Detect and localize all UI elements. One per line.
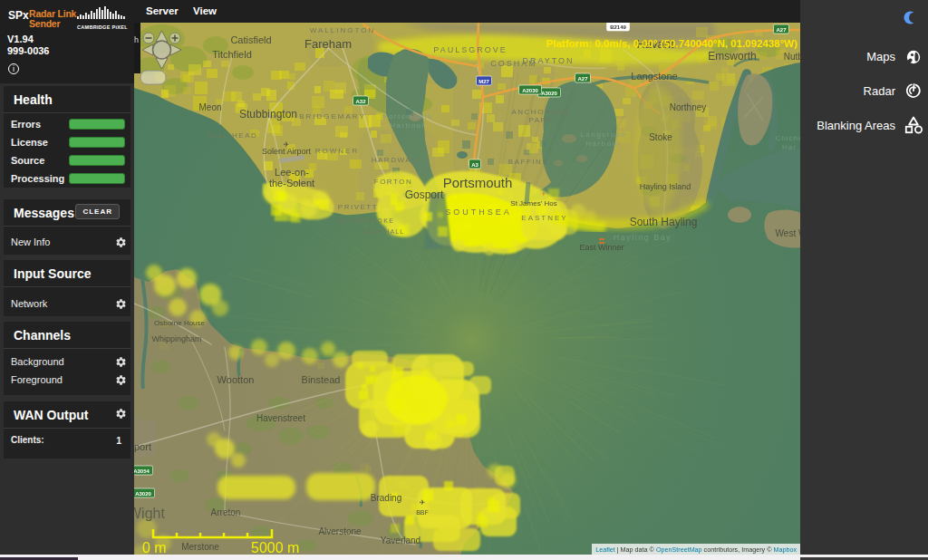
svg-text:A27: A27 (776, 27, 787, 33)
svg-text:A2030: A2030 (522, 88, 538, 93)
svg-text:Nutbo: Nutbo (784, 52, 800, 62)
svg-text:Gosport: Gosport (405, 188, 444, 201)
svg-text:HARDWAY: HARDWAY (372, 156, 418, 164)
svg-text:DRAYTON: DRAYTON (522, 56, 574, 65)
svg-text:A3020: A3020 (135, 491, 151, 497)
svg-text:East Winner: East Winner (579, 243, 624, 252)
svg-text:Wight: Wight (134, 506, 165, 521)
svg-text:Merstone: Merstone (181, 542, 219, 552)
svg-text:Meon: Meon (198, 102, 221, 112)
svg-text:Yaverland: Yaverland (381, 536, 420, 546)
svg-text:FORTON: FORTON (374, 178, 412, 186)
svg-text:ANCHORAGE: ANCHORAGE (511, 108, 570, 116)
svg-text:Titchfield: Titchfield (212, 49, 252, 60)
svg-text:Fareham: Fareham (304, 37, 352, 51)
svg-text:+: + (541, 189, 546, 198)
svg-text:Harbour: Harbour (390, 121, 425, 130)
svg-text:Chiche: Chiche (776, 134, 800, 142)
svg-text:Arreton: Arreton (211, 507, 241, 517)
svg-text:Northney: Northney (670, 102, 707, 112)
svg-text:Whippingham: Whippingham (151, 334, 201, 343)
svg-text:Harbour: Harbour (585, 140, 621, 148)
svg-text:South Hayling: South Hayling (630, 216, 698, 228)
svg-text:Havenstreet: Havenstreet (256, 413, 305, 423)
svg-text:Portsmouth: Portsmouth (382, 112, 433, 121)
svg-text:CLAY HALL: CLAY HALL (362, 228, 404, 235)
svg-text:ROWNER: ROWNER (315, 147, 359, 155)
svg-text:Catisfield: Catisfield (230, 34, 271, 45)
svg-text:EASTNEY: EASTNEY (521, 214, 567, 222)
svg-text:Binstead: Binstead (302, 374, 341, 385)
svg-text:A3: A3 (471, 162, 478, 168)
svg-text:A27: A27 (577, 76, 588, 82)
svg-text:Langstone: Langstone (631, 71, 677, 82)
svg-text:Hayling Island: Hayling Island (640, 182, 691, 191)
svg-text:Osborne House: Osborne House (154, 319, 206, 327)
svg-text:PARK: PARK (528, 116, 553, 124)
svg-text:5000 m: 5000 m (251, 540, 299, 555)
svg-text:A3020: A3020 (541, 91, 557, 96)
svg-text:PRIVETT: PRIVETT (338, 203, 378, 211)
svg-text:West W: West W (776, 228, 800, 238)
svg-text:ALVERSTOKE: ALVERSTOKE (339, 217, 394, 224)
svg-text:A3054: A3054 (134, 468, 150, 474)
svg-text:0 m: 0 m (142, 540, 167, 555)
svg-text:Stoke: Stoke (649, 132, 672, 142)
svg-text:the-Solent: the-Solent (269, 178, 314, 188)
svg-text:Wootton: Wootton (218, 374, 255, 385)
svg-text:Stubbington: Stubbington (239, 108, 297, 121)
svg-text:Hayling Bay: Hayling Bay (614, 233, 672, 242)
svg-text:WALLINGTON: WALLINGTON (310, 26, 375, 34)
svg-text:BRIDGEMARY: BRIDGEMARY (299, 112, 366, 121)
svg-text:Har: Har (782, 143, 797, 151)
svg-text:HILL HEAD: HILL HEAD (208, 131, 258, 140)
svg-text:Lee-on-: Lee-on- (275, 167, 309, 178)
svg-text:Langstone: Langstone (581, 130, 627, 139)
svg-text:SOUTHSEA: SOUTHSEA (445, 208, 512, 217)
svg-text:h: h (134, 35, 139, 44)
svg-text:port: port (134, 441, 151, 452)
svg-text:✈: ✈ (420, 498, 426, 507)
svg-text:Emsworth: Emsworth (708, 50, 756, 63)
svg-text:Portsmouth: Portsmouth (443, 175, 513, 190)
svg-text:Alverstone: Alverstone (318, 526, 362, 536)
svg-text:M27: M27 (478, 79, 489, 84)
svg-text:Platform: 0.0m/s, 0.00° (50.74: Platform: 0.0m/s, 0.00° (50.740040°N, 01… (546, 38, 798, 49)
svg-text:BBF: BBF (416, 509, 429, 516)
svg-text:PAULSGROVE: PAULSGROVE (433, 45, 507, 54)
svg-text:✈: ✈ (284, 140, 290, 149)
svg-text:BAFFINS: BAFFINS (508, 158, 548, 166)
svg-text:B2149: B2149 (610, 24, 626, 30)
svg-text:A32: A32 (355, 99, 366, 104)
svg-text:Leaflet | Map data © OpenStree: Leaflet | Map data © OpenStreetMap contr… (595, 546, 797, 554)
svg-text:St James' Hos: St James' Hos (510, 199, 556, 208)
svg-text:Brading: Brading (371, 493, 401, 503)
